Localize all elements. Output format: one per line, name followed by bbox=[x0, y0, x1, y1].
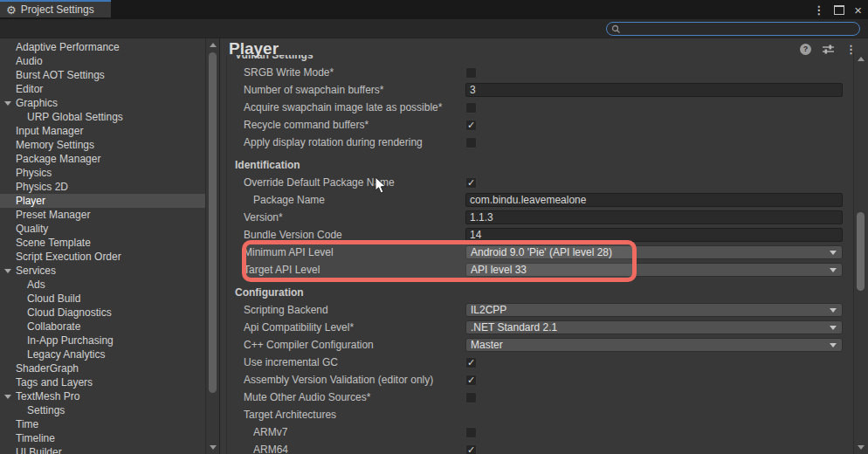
dropdown[interactable]: Android 9.0 'Pie' (API level 28) bbox=[465, 245, 843, 259]
dropdown[interactable]: API level 33 bbox=[465, 263, 843, 277]
checkbox[interactable] bbox=[465, 427, 477, 438]
setting-row-use-incremental-gc: Use incremental GC✓ bbox=[221, 354, 854, 371]
sidebar-item-timeline[interactable]: Timeline bbox=[0, 431, 206, 445]
checkbox[interactable] bbox=[465, 102, 477, 114]
scroll-down-icon[interactable] bbox=[210, 445, 217, 450]
dropdown-value: IL2CPP bbox=[471, 304, 506, 316]
scroll-up-icon[interactable] bbox=[210, 43, 217, 47]
setting-label: ARMv7 bbox=[253, 426, 465, 438]
checkbox-checked[interactable]: ✓ bbox=[465, 357, 477, 368]
checkbox[interactable] bbox=[465, 67, 477, 79]
help-icon[interactable]: ? bbox=[800, 44, 811, 55]
search-input[interactable] bbox=[623, 24, 859, 34]
checkbox[interactable] bbox=[465, 137, 477, 148]
sidebar-item-ui-builder[interactable]: UI Builder bbox=[0, 445, 206, 454]
sidebar-item-label: Memory Settings bbox=[16, 139, 94, 151]
sidebar-scrollbar[interactable] bbox=[205, 38, 219, 454]
text-field[interactable]: 1.1.3 bbox=[465, 210, 843, 224]
setting-row-minimum-api-level: Minimum API LevelAndroid 9.0 'Pie' (API … bbox=[221, 244, 854, 261]
sidebar-item-cloud-diagnostics[interactable]: Cloud Diagnostics bbox=[0, 306, 206, 320]
checkbox-checked[interactable]: ✓ bbox=[465, 444, 477, 454]
dropdown-value: .NET Standard 2.1 bbox=[471, 321, 557, 334]
checkbox-checked[interactable]: ✓ bbox=[465, 375, 477, 386]
dropdown-arrow-icon bbox=[830, 251, 837, 255]
sidebar-item-legacy-analytics[interactable]: Legacy Analytics bbox=[0, 347, 206, 361]
sidebar-item-scene-template[interactable]: Scene Template bbox=[0, 236, 206, 250]
sidebar-item-preset-manager[interactable]: Preset Manager bbox=[0, 208, 206, 222]
sidebar-item-label: In-App Purchasing bbox=[27, 334, 114, 347]
window-controls: ⋮ × bbox=[813, 0, 862, 19]
sidebar-item-graphics[interactable]: Graphics bbox=[0, 96, 206, 110]
sidebar-item-editor[interactable]: Editor bbox=[0, 82, 206, 96]
sidebar-item-services[interactable]: Services bbox=[0, 264, 206, 278]
checkbox[interactable] bbox=[465, 392, 477, 403]
window-menu-icon[interactable]: ⋮ bbox=[813, 3, 824, 17]
sidebar-item-label: Physics 2D bbox=[16, 181, 68, 193]
sidebar-item-label: URP Global Settings bbox=[27, 111, 123, 123]
sidebar-item-quality[interactable]: Quality bbox=[0, 222, 206, 236]
sidebar-item-in-app-purchasing[interactable]: In-App Purchasing bbox=[0, 334, 206, 347]
sidebar-item-memory-settings[interactable]: Memory Settings bbox=[0, 138, 206, 152]
sidebar-item-adaptive-performance[interactable]: Adaptive Performance bbox=[0, 40, 206, 54]
sidebar-item-label: Scene Template bbox=[16, 237, 91, 249]
setting-row-override-default-package-name: Override Default Package Name✓ bbox=[221, 174, 854, 191]
dropdown-value: Android 9.0 'Pie' (API level 28) bbox=[471, 246, 612, 258]
sidebar-item-physics-2d[interactable]: Physics 2D bbox=[0, 180, 206, 194]
setting-row-acquire-swapchain-image-late-as-possible: Acquire swapchain image late as possible… bbox=[221, 99, 854, 116]
scrollbar-thumb[interactable] bbox=[857, 212, 865, 291]
setting-label: Api Compatibility Level* bbox=[244, 321, 465, 334]
setting-label: Package Name bbox=[253, 194, 465, 206]
sidebar-item-label: TextMesh Pro bbox=[16, 390, 79, 402]
sidebar-item-ads[interactable]: Ads bbox=[0, 278, 206, 292]
checkbox-checked[interactable]: ✓ bbox=[465, 120, 477, 131]
sidebar-item-time[interactable]: Time bbox=[0, 417, 206, 431]
setting-row-c-compiler-configuration: C++ Compiler ConfigurationMaster bbox=[221, 336, 854, 354]
foldout-arrow-icon[interactable] bbox=[4, 395, 11, 399]
sidebar-item-shadergraph[interactable]: ShaderGraph bbox=[0, 361, 206, 375]
preset-icon[interactable] bbox=[822, 44, 835, 55]
main-scrollbar[interactable] bbox=[853, 52, 867, 454]
setting-label: Target API Level bbox=[244, 264, 465, 276]
sidebar-item-tags-and-layers[interactable]: Tags and Layers bbox=[0, 375, 206, 389]
sidebar-item-package-manager[interactable]: Package Manager bbox=[0, 152, 206, 166]
sidebar-item-player[interactable]: Player bbox=[0, 194, 206, 208]
text-field[interactable]: com.bindu.leavemealone bbox=[465, 193, 843, 207]
sidebar-item-label: Input Manager bbox=[16, 125, 83, 137]
text-field[interactable]: 3 bbox=[465, 83, 843, 97]
checkbox-checked[interactable]: ✓ bbox=[465, 177, 477, 189]
scroll-up-icon[interactable] bbox=[858, 57, 865, 61]
foldout-arrow-icon[interactable] bbox=[4, 101, 11, 106]
text-field[interactable]: 14 bbox=[465, 228, 843, 242]
sidebar-item-physics[interactable]: Physics bbox=[0, 166, 206, 180]
sidebar-item-textmesh-pro[interactable]: TextMesh Pro bbox=[0, 389, 206, 403]
setting-row-target-architectures: Target Architectures bbox=[221, 406, 854, 423]
setting-label: C++ Compiler Configuration bbox=[244, 339, 465, 351]
sidebar-item-input-manager[interactable]: Input Manager bbox=[0, 124, 206, 138]
dropdown[interactable]: IL2CPP bbox=[465, 303, 843, 317]
scroll-down-icon[interactable] bbox=[858, 445, 865, 450]
sidebar-item-burst-aot-settings[interactable]: Burst AOT Settings bbox=[0, 68, 206, 82]
dropdown[interactable]: .NET Standard 2.1 bbox=[465, 320, 843, 334]
maximize-icon[interactable] bbox=[834, 5, 844, 15]
setting-label: Version* bbox=[244, 211, 465, 224]
foldout-arrow-icon[interactable] bbox=[4, 269, 11, 273]
dropdown[interactable]: Master bbox=[465, 338, 843, 352]
sidebar-item-label: Cloud Diagnostics bbox=[27, 306, 112, 319]
sidebar-item-urp-global-settings[interactable]: URP Global Settings bbox=[0, 110, 206, 124]
sidebar-item-collaborate[interactable]: Collaborate bbox=[0, 320, 206, 334]
settings-category-sidebar: Adaptive PerformanceAudioBurst AOT Setti… bbox=[0, 38, 220, 454]
sidebar-item-label: Timeline bbox=[16, 432, 55, 444]
search-box[interactable] bbox=[606, 22, 860, 36]
tab-project-settings[interactable]: ⚙ Project Settings bbox=[0, 0, 111, 17]
dropdown-arrow-icon bbox=[830, 343, 837, 347]
sidebar-item-script-execution-order[interactable]: Script Execution Order bbox=[0, 250, 206, 264]
close-icon[interactable]: × bbox=[854, 3, 862, 17]
sidebar-item-settings[interactable]: Settings bbox=[0, 403, 206, 417]
gear-icon: ⚙ bbox=[6, 4, 17, 16]
scrollbar-thumb[interactable] bbox=[209, 52, 217, 393]
setting-row-armv7: ARMv7 bbox=[221, 423, 854, 441]
dropdown-value: Master bbox=[471, 339, 503, 351]
sidebar-item-audio[interactable]: Audio bbox=[0, 54, 206, 68]
setting-row-version: Version*1.1.3 bbox=[221, 209, 854, 226]
sidebar-item-cloud-build[interactable]: Cloud Build bbox=[0, 292, 206, 306]
